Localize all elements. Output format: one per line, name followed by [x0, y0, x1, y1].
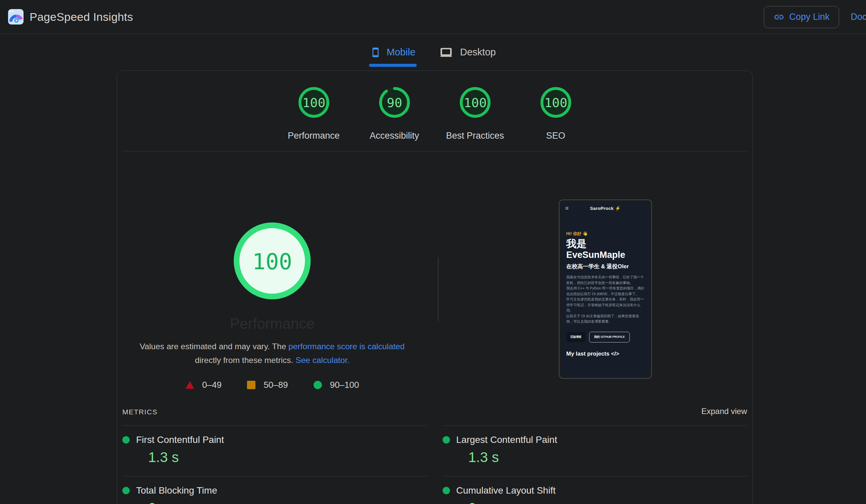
category-label: Accessibility: [370, 130, 419, 141]
score-value: 100: [544, 95, 567, 110]
metric-total-blocking-time: Total Blocking Time 0 ms: [122, 476, 427, 504]
performance-score-value: 100: [252, 249, 292, 275]
hamburger-icon: ≡: [565, 206, 571, 211]
card-divider: [122, 151, 747, 151]
score-gauge-icon: 90: [379, 87, 410, 118]
score-disclaimer: Values are estimated and may vary. The p…: [131, 340, 413, 367]
screenshot-buttons-row: 旧版博客 我的 GITHUB PROFILE: [566, 332, 645, 343]
screenshot-paragraph: 学习文化课仍然是我的主要任务，有时，我会写一些学习笔记，尽管相较于纸质笔记来说没…: [566, 297, 645, 313]
legend-range: 50–89: [264, 380, 288, 390]
smartphone-icon: [370, 45, 381, 59]
screenshot-greeting: Hi! 你好 👋: [566, 231, 645, 237]
score-value: 100: [302, 95, 325, 110]
screenshot-paragraph: 我会用 C++ 与 Python 写一些有意思的项目，偶尔也会想起以前打 OI …: [566, 285, 645, 297]
metric-name: Cumulative Layout Shift: [456, 485, 556, 496]
metric-name: Total Blocking Time: [136, 485, 217, 496]
tab-mobile[interactable]: Mobile: [370, 34, 415, 70]
selected-tab-indicator: [369, 64, 417, 67]
metric-value: 0: [468, 500, 747, 504]
score-legend: 0–49 50–89 90–100: [117, 380, 428, 390]
tab-desktop-label: Desktop: [460, 47, 496, 58]
tab-desktop[interactable]: Desktop: [438, 34, 496, 70]
score-value: 100: [463, 95, 487, 110]
category-gauge-best-practices[interactable]: 100 Best Practices: [435, 87, 515, 141]
link-icon: [774, 12, 784, 23]
category-label: Best Practices: [446, 130, 504, 141]
metric-value: 1.3 s: [468, 449, 747, 466]
docs-link[interactable]: Docs: [851, 12, 866, 22]
copy-link-label: Copy Link: [789, 12, 829, 22]
pagespeed-insights-page: { "header": { "app_title": "PageSpeed In…: [0, 0, 866, 504]
disclaimer-text: Values are estimated and may vary. The: [140, 342, 289, 351]
metrics-header: METRICS Expand view: [122, 406, 747, 416]
legend-range: 0–49: [202, 380, 222, 390]
metric-cumulative-layout-shift: Cumulative Layout Shift 0: [443, 476, 747, 504]
screenshot-paragraph: 以前关于 OI 的文章被我归档了，如果您需要借阅，可以去我的老博客看看。: [566, 313, 645, 324]
screenshot-subheading: 在校高一学生 & 退役Oler: [566, 263, 645, 270]
page-screenshot-thumbnail: ≡ SaroProck ⚡ Hi! 你好 👋 我是 EveSunMaple 在校…: [559, 199, 652, 379]
green-dot-icon: [122, 487, 130, 494]
metric-name: Largest Contentful Paint: [456, 435, 557, 445]
app-header: PageSpeed Insights Copy Link Docs: [0, 0, 866, 34]
see-calculator-link[interactable]: See calculator.: [296, 356, 349, 365]
screenshot-paragraph: 我喜欢与信息技术有关的一切事情，它给了我一个契机，用自己的双手创造一切有趣的事物…: [566, 274, 645, 285]
screenshot-github-button: 我的 GITHUB PROFILE: [589, 332, 630, 343]
category-scores-row: 100 Performance 90 Accessibility 100 Bes…: [117, 87, 752, 141]
category-gauge-seo[interactable]: 100 SEO: [515, 87, 596, 141]
screenshot-body: Hi! 你好 👋 我是 EveSunMaple 在校高一学生 & 退役Oler …: [561, 231, 650, 357]
tab-mobile-label: Mobile: [387, 47, 415, 58]
screenshot-old-blog-button: 旧版博客: [566, 332, 586, 342]
vertical-divider: [438, 257, 438, 321]
laptop-icon: [438, 46, 454, 59]
device-tab-strip: Mobile Desktop: [0, 34, 866, 70]
legend-range: 90–100: [330, 380, 359, 390]
screenshot-heading-name: EveSunMaple: [566, 250, 645, 260]
page-title: PageSpeed Insights: [30, 10, 133, 23]
screenshot-heading: 我是: [566, 238, 645, 250]
category-gauge-accessibility[interactable]: 90 Accessibility: [354, 87, 435, 141]
orange-square-icon: [247, 381, 255, 389]
screenshot-content: ≡ SaroProck ⚡ Hi! 你好 👋 我是 EveSunMaple 在校…: [561, 202, 650, 377]
performance-gauge-label: Performance: [117, 315, 428, 332]
score-calc-link[interactable]: performance score is calculated: [288, 342, 404, 351]
score-gauge-icon: 100: [460, 87, 491, 118]
expand-view-button[interactable]: Expand view: [701, 406, 747, 416]
metric-name: First Contentful Paint: [136, 435, 224, 445]
copy-link-button[interactable]: Copy Link: [764, 6, 839, 28]
metric-value: 0 ms: [148, 500, 427, 504]
category-label: SEO: [546, 130, 565, 141]
legend-item-fail: 0–49: [186, 380, 222, 390]
score-value: 90: [387, 95, 402, 110]
red-triangle-icon: [186, 381, 194, 389]
performance-score-gauge: 100: [233, 222, 311, 300]
screenshot-site-title: SaroProck ⚡: [561, 206, 650, 211]
metric-largest-contentful-paint: Largest Contentful Paint 1.3 s: [443, 425, 747, 476]
green-circle-icon: [313, 381, 322, 389]
metrics-title: METRICS: [122, 408, 158, 416]
category-gauge-performance[interactable]: 100 Performance: [274, 87, 354, 141]
screenshot-projects-heading: My last projects </>: [566, 351, 645, 357]
pagespeed-logo-icon: [8, 9, 23, 24]
screenshot-site-header: ≡ SaroProck ⚡: [561, 202, 650, 215]
header-actions: Copy Link Docs: [764, 0, 866, 34]
metric-value: 1.3 s: [148, 449, 427, 466]
score-gauge-icon: 100: [540, 87, 571, 118]
green-dot-icon: [122, 436, 130, 444]
score-gauge-icon: 100: [298, 87, 329, 118]
legend-item-average: 50–89: [247, 380, 288, 390]
disclaimer-text: directly from these metrics.: [195, 356, 296, 365]
legend-item-pass: 90–100: [313, 380, 359, 390]
report-card: 100 Performance 90 Accessibility 100 Bes…: [116, 70, 753, 504]
screenshot-paragraphs: 我喜欢与信息技术有关的一切事情，它给了我一个契机，用自己的双手创造一切有趣的事物…: [566, 274, 645, 324]
category-label: Performance: [288, 130, 340, 141]
green-dot-icon: [443, 436, 450, 444]
green-dot-icon: [443, 487, 450, 494]
metrics-grid: First Contentful Paint 1.3 s Largest Con…: [122, 425, 747, 504]
metric-first-contentful-paint: First Contentful Paint 1.3 s: [122, 425, 427, 476]
